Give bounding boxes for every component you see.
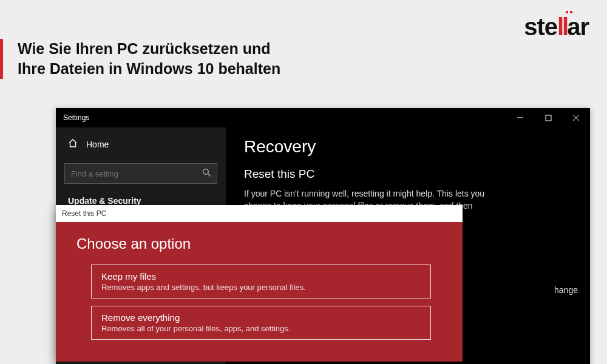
page-title-line2: Ihre Dateien in Windows 10 behalten [18,60,280,77]
window-title: Settings [63,113,89,122]
content-extra-text: hange [554,285,578,295]
reset-option-desc: Removes all of your personal files, apps… [101,324,421,333]
sidebar-search [64,163,217,184]
minimize-button[interactable] [506,108,534,127]
reset-option-title: Remove everything [101,312,421,323]
reset-dialog: Reset this PC Choose an option Keep my f… [56,205,463,362]
svg-point-4 [203,169,209,175]
close-button[interactable] [562,108,590,127]
sidebar-home-label: Home [86,140,109,149]
sidebar-home[interactable]: Home [56,131,226,157]
content-heading: Recovery [244,137,572,157]
reset-dialog-heading: Choose an option [76,235,442,252]
search-input[interactable] [64,163,217,184]
svg-rect-1 [546,115,551,121]
brand-logo: stellar [524,13,589,41]
reset-option-desc: Removes apps and settings, but keeps you… [101,283,421,292]
titlebar: Settings [56,108,590,127]
reset-dialog-title: Reset this PC [56,205,463,222]
content-subheading: Reset this PC [244,167,572,181]
window-buttons [506,108,590,127]
reset-option-title: Keep my files [101,271,421,281]
reset-option-remove-everything[interactable]: Remove everything Removes all of your pe… [91,306,431,340]
page-title-line1: Wie Sie Ihren PC zurücksetzen und [18,40,271,57]
reset-option-keep-files[interactable]: Keep my files Removes apps and settings,… [91,265,431,298]
home-icon [68,138,78,150]
accent-bar [0,39,3,79]
page-title: Wie Sie Ihren PC zurücksetzen und Ihre D… [18,39,280,78]
page-header: Wie Sie Ihren PC zurücksetzen und Ihre D… [0,39,280,79]
search-icon [202,168,211,179]
svg-line-5 [208,174,211,177]
maximize-button[interactable] [534,108,562,127]
